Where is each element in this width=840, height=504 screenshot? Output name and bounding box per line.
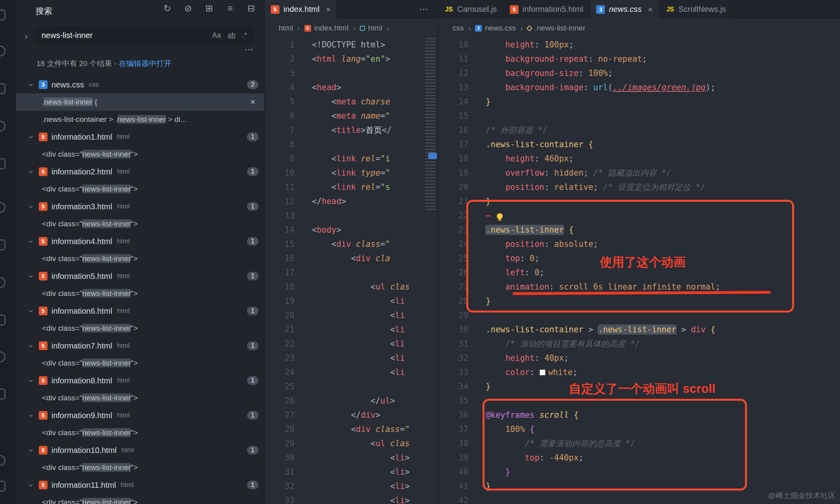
search-result-row[interactable]: <div class="news-list-inner"> <box>16 250 264 267</box>
search-result-row[interactable]: <div class="news-list-inner"> <box>16 320 264 337</box>
dismiss-icon[interactable]: × <box>250 97 255 107</box>
chevron-down-icon[interactable]: › <box>27 481 36 489</box>
file-row[interactable]: ›5information3.htmlhtml1 <box>16 198 264 215</box>
search-result-row[interactable]: <div class="news-list-inner"> <box>16 494 264 504</box>
view-as-list-icon[interactable]: ≡ <box>225 3 235 14</box>
breadcrumb-item[interactable]: 3news.css <box>475 24 516 32</box>
activity-icon-12[interactable] <box>0 455 6 466</box>
code-line: 1<!DOCTYPE html> <box>264 38 438 52</box>
activity-icon-6[interactable] <box>0 202 6 213</box>
line-number: 19 <box>264 294 295 308</box>
chevron-down-icon[interactable]: › <box>27 238 36 245</box>
activity-icon-7[interactable] <box>0 239 6 250</box>
activity-icon-10[interactable] <box>0 351 6 362</box>
tab-scrollnews.js[interactable]: JSScrollNews.js <box>659 0 733 19</box>
results-summary: 18 文件中有 20 个结果 - 在编辑器中打开 <box>36 59 171 69</box>
chevron-down-icon[interactable]: › <box>27 447 36 454</box>
search-result-row[interactable]: <div class="news-list-inner"> <box>16 459 264 476</box>
breadcrumb-item[interactable]: .news-list-inner <box>527 24 585 32</box>
file-name: information10.html <box>51 446 117 455</box>
html-file-icon: 5 <box>39 376 48 385</box>
toggle-replace-chevron-icon[interactable]: › <box>25 31 28 42</box>
regex-icon[interactable]: .* <box>242 31 247 40</box>
file-row[interactable]: ›5information5.htmlhtml1 <box>16 267 264 285</box>
line-content: <li <box>295 337 405 351</box>
activity-icon-9[interactable] <box>0 315 6 326</box>
chevron-down-icon[interactable]: › <box>27 168 36 175</box>
file-row[interactable]: ›5information4.htmlhtml1 <box>16 233 264 250</box>
search-result-row[interactable]: .news-list-inner {× <box>16 93 264 111</box>
line-number: 21 <box>438 194 468 208</box>
code-editor[interactable]: 1<!DOCTYPE html>2<html lang="en">34<head… <box>264 38 438 504</box>
code-line: 11 background-repeat: no-repeat; <box>438 52 840 66</box>
search-result-row[interactable]: <div class="news-list-inner"> <box>16 146 264 163</box>
editor-actions-icon[interactable]: ⋯ <box>419 4 428 15</box>
chevron-down-icon[interactable]: › <box>27 412 36 419</box>
activity-icon-4[interactable] <box>0 121 6 132</box>
chevron-down-icon[interactable]: › <box>27 203 36 210</box>
code-editor[interactable]: 10 height: 100px;11 background-repeat: n… <box>438 38 840 504</box>
activity-icon-13[interactable] <box>0 481 6 492</box>
activity-icon-8[interactable] <box>0 277 6 288</box>
breadcrumb-item[interactable]: css <box>452 24 464 32</box>
search-result-row[interactable]: .news-list-container > .news-list-inner … <box>16 111 264 128</box>
line-content: <link rel="s <box>295 180 390 194</box>
search-result-row[interactable]: <div class="news-list-inner"> <box>16 424 264 441</box>
chevron-down-icon[interactable]: › <box>27 81 36 88</box>
open-in-editor-link[interactable]: 在编辑器中打开 <box>119 59 171 68</box>
tab-index.html[interactable]: 5index.html× <box>264 0 337 19</box>
file-row[interactable]: ›5information7.htmlhtml1 <box>16 337 264 354</box>
whole-word-icon[interactable]: ab <box>228 31 236 40</box>
activity-icon-3[interactable] <box>0 83 6 94</box>
search-result-row[interactable]: <div class="news-list-inner"> <box>16 180 264 198</box>
minimap[interactable] <box>425 38 435 212</box>
file-row[interactable]: ›5information2.htmlhtml1 <box>16 163 264 180</box>
file-row[interactable]: ›3news.csscss2 <box>16 76 264 93</box>
file-row[interactable]: ›5information8.htmlhtml1 <box>16 372 264 389</box>
line-number: 40 <box>438 465 468 479</box>
line-content: <li <box>295 351 405 365</box>
chevron-down-icon[interactable]: › <box>27 307 36 315</box>
search-result-row[interactable]: <div class="news-list-inner"> <box>16 389 264 407</box>
breadcrumb-item[interactable]: html <box>360 24 382 32</box>
close-icon[interactable]: × <box>326 5 331 14</box>
activity-icon-1[interactable] <box>0 9 6 21</box>
file-row[interactable]: ›5information1.htmlhtml1 <box>16 128 264 146</box>
scrollbar-marker[interactable] <box>428 153 437 159</box>
breadcrumb-item[interactable]: 5index.html <box>304 24 349 32</box>
close-icon[interactable]: × <box>648 5 653 14</box>
activity-icon-11[interactable] <box>0 388 6 400</box>
tab-information5.html[interactable]: 5information5.html <box>504 0 590 19</box>
css-file-icon: 3 <box>475 25 482 32</box>
activity-icon-2[interactable] <box>0 45 6 57</box>
tab-news.css[interactable]: 3news.css× <box>590 0 659 19</box>
line-content: <ul clas <box>295 436 410 451</box>
chevron-down-icon[interactable]: › <box>27 377 36 384</box>
activity-icon-5[interactable] <box>0 158 6 169</box>
search-result-row[interactable]: <div class="news-list-inner"> <box>16 354 264 372</box>
breadcrumb-label: index.html <box>314 24 349 32</box>
file-row[interactable]: ›5information9.htmlhtml1 <box>16 407 264 424</box>
chevron-down-icon[interactable]: › <box>27 273 36 280</box>
match-case-icon[interactable]: Aa <box>212 31 221 40</box>
search-result-row[interactable]: <div class="news-list-inner"> <box>16 215 264 233</box>
file-row[interactable]: ›5information10.htmlhtml1 <box>16 441 264 459</box>
file-row[interactable]: ›5information6.htmlhtml1 <box>16 302 264 320</box>
search-value[interactable]: news-list-inner <box>42 31 212 40</box>
clear-search-results-icon[interactable]: ⊘ <box>183 3 193 14</box>
file-row[interactable]: ›5information11.htmlhtml1 <box>16 476 264 494</box>
more-actions-icon[interactable]: ⋯ <box>245 44 254 55</box>
breadcrumb-item[interactable]: html <box>279 24 293 32</box>
chevron-down-icon[interactable]: › <box>27 133 36 140</box>
collapse-all-icon[interactable]: ⊟ <box>246 3 256 14</box>
search-input[interactable]: news-list-inner Aa ab .* <box>36 28 252 43</box>
lightbulb-icon[interactable] <box>497 213 503 219</box>
line-number: 1 <box>264 38 295 52</box>
open-new-search-editor-icon[interactable]: ⊞ <box>204 3 214 14</box>
chevron-down-icon[interactable]: › <box>27 342 36 349</box>
refresh-icon[interactable]: ↻ <box>162 3 172 14</box>
code-line: 19 overflow: hidden; /* 隐藏溢出内容 */ <box>438 166 840 180</box>
css-file-icon: 3 <box>596 5 605 14</box>
tab-carousel.js[interactable]: JSCarousel.js <box>438 0 504 19</box>
search-result-row[interactable]: <div class="news-list-inner"> <box>16 285 264 302</box>
